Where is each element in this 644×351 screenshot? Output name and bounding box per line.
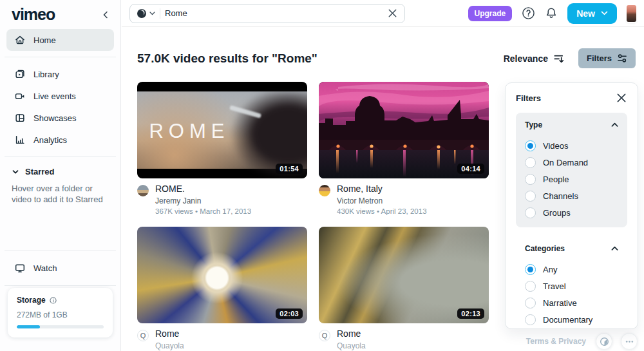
divider bbox=[5, 251, 116, 251]
chevron-down-icon bbox=[12, 168, 19, 176]
search-scope-selector[interactable] bbox=[137, 8, 155, 19]
sidebar-item-showcases[interactable]: Showcases bbox=[6, 107, 114, 129]
video-card[interactable]: 02:03 Q Rome Quayola bbox=[137, 227, 307, 350]
filters-button[interactable]: Filters bbox=[578, 48, 636, 68]
ellipsis-icon bbox=[625, 337, 634, 346]
sidebar-item-home[interactable]: Home bbox=[6, 29, 114, 51]
new-button[interactable]: New bbox=[567, 3, 617, 24]
contrast-icon bbox=[600, 337, 609, 346]
starred-label: Starred bbox=[25, 167, 55, 176]
chevron-up-icon bbox=[611, 246, 618, 251]
starred-hint-text: Hover over a folder or video to add it t… bbox=[6, 178, 115, 205]
divider bbox=[5, 285, 116, 286]
video-title[interactable]: Rome, Italy bbox=[337, 184, 427, 194]
sidebar-item-label: Analytics bbox=[33, 135, 67, 145]
uploader-avatar[interactable]: Q bbox=[137, 330, 149, 341]
info-icon[interactable] bbox=[50, 297, 57, 304]
video-title[interactable]: ROME. bbox=[155, 184, 251, 194]
radio-option-channels[interactable]: Channels bbox=[525, 187, 618, 204]
sort-label: Relevance bbox=[504, 53, 548, 64]
live-events-icon bbox=[14, 90, 26, 102]
sidebar-item-label: Showcases bbox=[33, 113, 76, 123]
sidebar-nav: Home Library Live events Showcases Anal bbox=[0, 28, 120, 286]
video-card[interactable]: 04:14 Rome, Italy Victor Metron 430K vie… bbox=[319, 82, 489, 215]
upgrade-button[interactable]: Upgrade bbox=[468, 6, 513, 21]
help-button[interactable] bbox=[522, 6, 535, 20]
storage-progress-bar bbox=[17, 325, 104, 328]
home-icon bbox=[14, 34, 26, 46]
radio-option-on-demand[interactable]: On Demand bbox=[525, 154, 618, 171]
video-thumbnail[interactable]: 02:13 bbox=[319, 227, 489, 323]
watch-icon bbox=[14, 262, 26, 274]
sidebar-item-library[interactable]: Library bbox=[6, 63, 114, 85]
storage-label: Storage bbox=[17, 296, 46, 305]
storage-progress-fill bbox=[17, 325, 40, 328]
filter-section-categories-toggle[interactable]: Categories bbox=[525, 244, 618, 253]
video-title[interactable]: Rome bbox=[337, 328, 366, 339]
video-duration-badge: 02:03 bbox=[276, 308, 303, 319]
page-footer: Terms & Privacy bbox=[526, 333, 638, 350]
sidebar-item-label: Watch bbox=[33, 263, 57, 273]
terms-privacy-link[interactable]: Terms & Privacy bbox=[526, 337, 586, 346]
video-author[interactable]: Victor Metron bbox=[337, 196, 427, 205]
sort-selector[interactable]: Relevance bbox=[504, 53, 564, 64]
radio-option-videos[interactable]: Videos bbox=[525, 137, 618, 154]
uploader-avatar[interactable] bbox=[137, 185, 149, 196]
close-filters-icon[interactable] bbox=[616, 92, 627, 104]
video-author[interactable]: Quayola bbox=[337, 341, 366, 350]
results-count-title: 57.0K video results for "Rome" bbox=[137, 52, 317, 66]
radio-icon bbox=[525, 191, 536, 202]
sidebar: vimeo Home Library Live events bbox=[0, 0, 121, 351]
uploader-avatar[interactable] bbox=[319, 185, 330, 196]
sort-icon bbox=[553, 53, 564, 64]
starred-section-toggle[interactable]: Starred bbox=[6, 163, 114, 178]
sidebar-item-live-events[interactable]: Live events bbox=[6, 85, 114, 107]
video-duration-badge: 04:14 bbox=[457, 164, 484, 174]
filters-button-label: Filters bbox=[587, 53, 612, 63]
video-views-date: 430K views • April 23, 2013 bbox=[337, 207, 427, 215]
more-options-button[interactable] bbox=[621, 333, 638, 350]
radio-icon bbox=[525, 314, 536, 325]
user-avatar[interactable] bbox=[627, 5, 636, 22]
search-box[interactable] bbox=[129, 4, 405, 23]
video-card[interactable]: 02:13 Q Rome Quayola bbox=[319, 227, 489, 350]
topbar: Upgrade New bbox=[122, 0, 644, 27]
vimeo-logo[interactable]: vimeo bbox=[12, 5, 55, 24]
radio-icon bbox=[525, 174, 536, 185]
theme-contrast-button[interactable] bbox=[596, 333, 612, 350]
sidebar-item-watch[interactable]: Watch bbox=[6, 257, 114, 279]
filter-section-type: Type Videos On Demand People Channels bbox=[516, 113, 627, 227]
storage-usage: 272MB of 1GB bbox=[17, 310, 104, 319]
radio-option-groups[interactable]: Groups bbox=[525, 204, 618, 221]
video-thumbnail[interactable]: ROME 01:54 bbox=[137, 82, 307, 178]
clear-search-icon[interactable] bbox=[387, 8, 398, 19]
library-icon bbox=[14, 68, 26, 80]
radio-option-documentary[interactable]: Documentary bbox=[525, 311, 618, 328]
radio-option-narrative[interactable]: Narrative bbox=[525, 294, 618, 311]
collapse-sidebar-icon[interactable] bbox=[101, 10, 110, 19]
video-thumbnail[interactable]: 04:14 bbox=[319, 82, 489, 178]
radio-icon bbox=[525, 140, 536, 151]
filter-section-type-toggle[interactable]: Type bbox=[525, 120, 618, 129]
uploader-avatar[interactable]: Q bbox=[319, 330, 330, 341]
radio-option-travel[interactable]: Travel bbox=[525, 278, 618, 294]
divider bbox=[5, 57, 116, 57]
globe-icon bbox=[137, 8, 147, 19]
divider bbox=[160, 8, 160, 19]
filters-panel-title: Filters bbox=[516, 93, 541, 103]
radio-option-any[interactable]: Any bbox=[525, 261, 618, 278]
sidebar-item-label: Home bbox=[33, 35, 56, 45]
video-author[interactable]: Jeremy Janin bbox=[155, 196, 251, 205]
sidebar-item-label: Live events bbox=[33, 91, 76, 101]
notifications-bell-button[interactable] bbox=[545, 6, 558, 20]
sidebar-item-analytics[interactable]: Analytics bbox=[6, 129, 114, 151]
chevron-up-icon bbox=[611, 122, 618, 128]
video-author[interactable]: Quayola bbox=[155, 341, 184, 350]
video-card[interactable]: ROME 01:54 ROME. Jeremy Janin 367K views… bbox=[137, 82, 307, 215]
search-input[interactable] bbox=[165, 8, 383, 18]
video-thumbnail[interactable]: 02:03 bbox=[137, 227, 307, 323]
radio-option-people[interactable]: People bbox=[525, 171, 618, 187]
storage-card: Storage 272MB of 1GB bbox=[8, 288, 113, 337]
chevron-down-icon bbox=[149, 12, 155, 15]
video-title[interactable]: Rome bbox=[155, 328, 184, 339]
